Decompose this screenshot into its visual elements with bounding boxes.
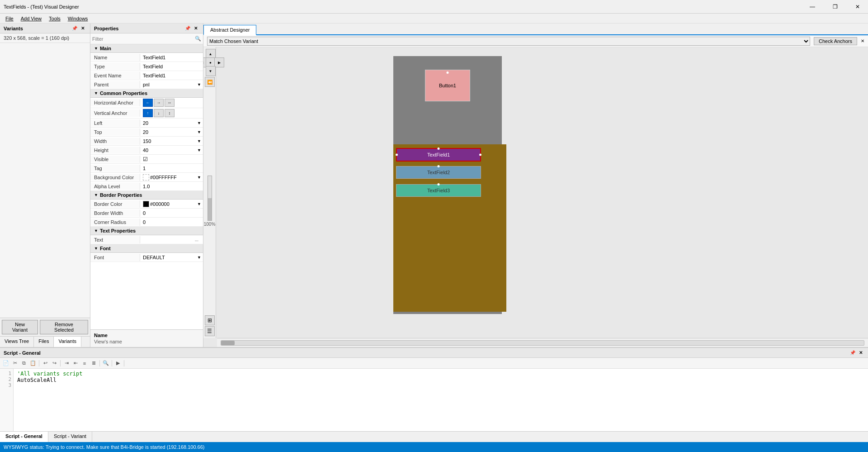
width-dropdown[interactable]: ▼ bbox=[197, 139, 201, 143]
vert-anchor-buttons: ↑ ↓ ↕ bbox=[143, 109, 175, 117]
close-panel-icon[interactable]: ✕ bbox=[79, 25, 86, 32]
anchor-middle-btn[interactable]: ↓ bbox=[154, 109, 164, 117]
prop-font-value[interactable]: DEFAULT ▼ bbox=[140, 254, 203, 261]
script-undo-btn[interactable]: ↩ bbox=[41, 359, 49, 367]
close-button[interactable]: ✕ bbox=[847, 0, 868, 14]
prop-top-value[interactable]: 20 ▼ bbox=[140, 128, 203, 136]
tab-files[interactable]: Files bbox=[34, 337, 54, 347]
tab-views-tree[interactable]: Views Tree bbox=[0, 337, 34, 347]
props-close-icon[interactable]: ✕ bbox=[192, 25, 199, 32]
anchor-top-btn[interactable]: ↑ bbox=[143, 109, 153, 117]
script-run-btn[interactable]: ▶ bbox=[114, 359, 122, 367]
designer-close-icon[interactable]: ✕ bbox=[861, 38, 864, 43]
left-dropdown[interactable]: ▼ bbox=[197, 121, 201, 125]
script-copy-btn[interactable]: ⧉ bbox=[20, 359, 28, 367]
top-dropdown[interactable]: ▼ bbox=[197, 130, 201, 134]
script-tab-general[interactable]: Script - General bbox=[0, 432, 48, 442]
font-collapse-icon[interactable]: ▼ bbox=[94, 246, 98, 251]
tf1-handle-top bbox=[438, 147, 440, 150]
prop-font: Font DEFAULT ▼ bbox=[90, 253, 203, 262]
script-new-btn[interactable]: 📄 bbox=[2, 359, 10, 367]
text-edit-button[interactable]: ... bbox=[193, 237, 200, 242]
script-format2-btn[interactable]: ≣ bbox=[90, 359, 98, 367]
main-collapse-icon[interactable]: ▼ bbox=[94, 46, 98, 51]
new-variant-button[interactable]: New Variant bbox=[2, 320, 38, 334]
properties-filter-input[interactable] bbox=[92, 36, 195, 42]
prop-height-value[interactable]: 40 ▼ bbox=[140, 147, 203, 154]
prop-vert-anchor-value: ↑ ↓ ↕ bbox=[140, 108, 203, 118]
anchor-left-btn[interactable]: ← bbox=[143, 99, 153, 107]
prop-tag-value[interactable]: 1 bbox=[140, 165, 203, 172]
prop-corner-radius-value[interactable]: 0 bbox=[140, 219, 203, 226]
designer-hscroll[interactable] bbox=[217, 338, 868, 347]
prop-visible-value[interactable]: ☑ bbox=[140, 155, 203, 163]
font-dropdown[interactable]: ▼ bbox=[197, 255, 201, 260]
script-editor[interactable]: 'All variants script AutoScaleAll bbox=[14, 369, 868, 431]
bg-color-dropdown[interactable]: ▼ bbox=[197, 175, 201, 180]
prop-name-value[interactable]: TextField1 bbox=[140, 54, 203, 61]
script-paste-btn[interactable]: 📋 bbox=[29, 359, 37, 367]
prop-border-color-value[interactable]: #000000 ▼ bbox=[140, 200, 203, 208]
height-dropdown[interactable]: ▼ bbox=[197, 148, 201, 152]
visible-checkbox[interactable]: ☑ bbox=[143, 156, 148, 162]
hscroll-thumb[interactable] bbox=[221, 341, 235, 345]
script-tabs: Script - General Script - Variant bbox=[0, 431, 868, 442]
text-collapse-icon[interactable]: ▼ bbox=[94, 228, 98, 233]
script-cut-btn[interactable]: ✂ bbox=[11, 359, 19, 367]
section-font: ▼ Font bbox=[90, 244, 203, 253]
parent-dropdown-icon[interactable]: ▼ bbox=[197, 82, 201, 87]
props-pin-icon[interactable]: 📌 bbox=[184, 25, 191, 32]
pin-icon[interactable]: 📌 bbox=[71, 25, 78, 32]
panel-brown[interactable]: TextField1 TextField2 bbox=[393, 144, 506, 312]
menu-windows[interactable]: Windows bbox=[64, 15, 92, 22]
tab-abstract-designer[interactable]: Abstract Designer bbox=[203, 25, 256, 35]
prop-width-value[interactable]: 150 ▼ bbox=[140, 138, 203, 145]
widget-textfield3[interactable]: TextField3 bbox=[396, 184, 481, 197]
script-divider1 bbox=[39, 360, 39, 366]
script-pin-icon[interactable]: 📌 bbox=[849, 349, 856, 357]
canvas-content[interactable]: Button1 TextField1 bbox=[217, 47, 868, 338]
prop-border-width-value[interactable]: 0 bbox=[140, 209, 203, 217]
menu-file[interactable]: File bbox=[2, 15, 17, 22]
border-collapse-icon[interactable]: ▼ bbox=[94, 193, 98, 197]
prop-text-value[interactable]: ... bbox=[140, 236, 203, 243]
border-color-dropdown[interactable]: ▼ bbox=[197, 202, 201, 206]
panel-gray[interactable]: Button1 TextField1 bbox=[393, 56, 502, 314]
widget-textfield1[interactable]: TextField1 bbox=[396, 148, 481, 162]
script-format-btn[interactable]: ≡ bbox=[80, 359, 89, 367]
hscroll-track bbox=[221, 340, 864, 346]
prop-bg-color-value[interactable]: #00FFFFFF ▼ bbox=[140, 173, 203, 181]
layers-btn[interactable]: ☰ bbox=[205, 326, 215, 336]
anchor-right-btn[interactable]: ↔ bbox=[165, 99, 175, 107]
textfield3-label: TextField3 bbox=[427, 188, 450, 193]
script-close-icon[interactable]: ✕ bbox=[857, 349, 864, 357]
rewind-btn[interactable]: ⏪ bbox=[205, 77, 215, 87]
remove-selected-button[interactable]: Remove Selected bbox=[40, 320, 88, 334]
widget-textfield2[interactable]: TextField2 bbox=[396, 166, 481, 179]
menu-add-view[interactable]: Add View bbox=[17, 15, 45, 22]
prop-event-name-value[interactable]: TextField1 bbox=[140, 72, 203, 79]
grid-view-btn[interactable]: ⊞ bbox=[205, 315, 215, 325]
prop-alpha-value[interactable]: 1.0 bbox=[140, 183, 203, 190]
variants-list bbox=[0, 43, 90, 318]
anchor-bottom-btn[interactable]: ↕ bbox=[165, 109, 175, 117]
tab-variants[interactable]: Variants bbox=[54, 337, 81, 347]
match-variant-select[interactable]: Match Chosen Variant bbox=[207, 37, 810, 46]
script-tab-variant[interactable]: Script - Variant bbox=[48, 432, 92, 442]
common-collapse-icon[interactable]: ▼ bbox=[94, 91, 98, 95]
widget-button1[interactable]: Button1 bbox=[425, 70, 470, 101]
script-indent-btn[interactable]: ⇥ bbox=[62, 359, 71, 367]
anchor-center-btn[interactable]: → bbox=[154, 99, 164, 107]
menu-tools[interactable]: Tools bbox=[45, 15, 64, 22]
script-redo-btn[interactable]: ↪ bbox=[50, 359, 58, 367]
designer-left-toolbar: ▲ ◀ ● ▶ ▼ ⏪ 100% bbox=[203, 47, 216, 338]
script-outdent-btn[interactable]: ⇤ bbox=[71, 359, 80, 367]
check-anchors-button[interactable]: Check Anchors bbox=[814, 37, 857, 45]
minimize-button[interactable]: — bbox=[802, 0, 823, 14]
zoom-slider[interactable] bbox=[208, 176, 212, 221]
script-find-btn[interactable]: 🔍 bbox=[102, 359, 110, 367]
prop-parent-value[interactable]: pnl ▼ bbox=[140, 81, 203, 88]
prop-left-value[interactable]: 20 ▼ bbox=[140, 119, 203, 127]
status-bar: WYSIWYG status: Trying to connect. Make … bbox=[0, 442, 868, 452]
maximize-button[interactable]: ❐ bbox=[825, 0, 845, 14]
